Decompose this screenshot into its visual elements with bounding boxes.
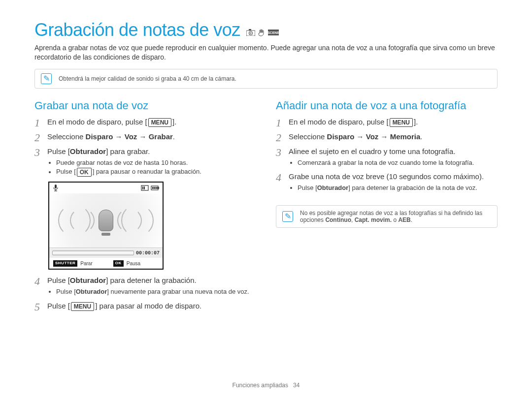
- step-4: Pulse [Obturador] para detener la grabac…: [34, 276, 256, 296]
- step-text: .: [173, 132, 175, 141]
- step-5: Pulse [MENU] para pasar al modo de dispa…: [34, 301, 256, 311]
- svg-rect-11: [144, 186, 145, 189]
- footer-page-number: 34: [293, 382, 299, 389]
- sub-list: Comenzará a grabar la nota de voz cuando…: [289, 159, 498, 167]
- section-title-right: Añadir una nota de voz a una fotografía: [276, 99, 498, 112]
- sub-item: Pulse [Obturador] nuevamente para grabar…: [56, 288, 256, 296]
- svg-rect-1: [249, 29, 251, 31]
- screen-top-bar: [49, 183, 163, 193]
- top-note: ✎ Obtendrá la mejor calidad de sonido si…: [34, 69, 498, 89]
- camera-p-icon: P: [246, 29, 255, 36]
- sound-wave-icon: [121, 204, 154, 237]
- note-icon: ✎: [282, 211, 293, 222]
- card-icon: [141, 185, 149, 191]
- screen-progress-bar: 00:00:07: [49, 247, 163, 258]
- svg-rect-10: [142, 186, 143, 189]
- ok-action-text: Pausa: [127, 260, 140, 267]
- step-text: ] para pasar al modo de disparo.: [95, 302, 201, 310]
- shutter-action-text: Parar: [80, 260, 92, 267]
- hand-icon: [258, 29, 265, 36]
- sub-item: Pulse [OK] para pausar o reanudar la gra…: [56, 168, 256, 177]
- step-text: Seleccione: [289, 132, 327, 141]
- step-text: Alinee el sujeto en el cuadro y tome una…: [289, 147, 456, 155]
- top-note-text: Obtendrá la mejor calidad de sonido si g…: [59, 75, 236, 82]
- steps-right: En el modo de disparo, pulse [MENU]. Sel…: [276, 117, 498, 192]
- screen-illustration: 00:00:07 SHUTTER Parar OK Pausa: [48, 182, 164, 270]
- step-1: En el modo de disparo, pulse [MENU].: [276, 117, 498, 127]
- sub-list: Puede grabar notas de voz de hasta 10 ho…: [47, 159, 256, 177]
- step-text: Pulse [: [47, 302, 70, 310]
- intro-text: Aprenda a grabar notas de voz que puede …: [34, 43, 498, 62]
- svg-rect-13: [158, 187, 159, 189]
- step-text: Seleccione: [47, 132, 86, 141]
- steps-left: En el modo de disparo, pulse [MENU]. Sel…: [34, 117, 256, 311]
- step-bold: Obturador: [70, 276, 106, 284]
- step-2: Seleccione Disparo → Voz → Memoria.: [276, 132, 498, 142]
- step-2: Seleccione Disparo → Voz → Grabar.: [34, 132, 256, 142]
- right-note: ✎ No es posible agregar notas de voz a l…: [276, 205, 498, 228]
- status-icons: [141, 185, 160, 191]
- ok-tag: OK: [113, 260, 124, 267]
- microphone-icon: [99, 210, 113, 231]
- step-bold: Obturador: [70, 147, 106, 155]
- step-text: Pulse [: [47, 147, 70, 155]
- battery-icon: [151, 185, 160, 191]
- progress-track: [52, 250, 134, 255]
- scene-icon: SCENE: [268, 30, 279, 35]
- mic-graphic: [99, 210, 113, 231]
- col-left: Grabar una nota de voz En el modo de dis…: [34, 99, 256, 316]
- note-icon: ✎: [41, 73, 52, 84]
- step-text: Pulse [: [47, 276, 70, 284]
- ok-button-label: OK: [77, 168, 92, 177]
- sub-item: Comenzará a grabar la nota de voz cuando…: [298, 159, 498, 167]
- menu-button-label: MENU: [71, 302, 94, 311]
- section-title-left: Grabar una nota de voz: [34, 99, 256, 112]
- step-3: Alinee el sujeto en el cuadro y tome una…: [276, 147, 498, 167]
- sub-list: Pulse [Obturador] para detener la grabac…: [289, 184, 498, 192]
- step-4: Grabe una nota de voz breve (10 segundos…: [276, 172, 498, 192]
- svg-rect-6: [55, 185, 57, 188]
- mode-icons: P SCENE: [246, 29, 279, 36]
- menu-button-label: MENU: [390, 118, 413, 127]
- svg-text:P: P: [250, 32, 252, 35]
- step-text: En el modo de disparo, pulse [: [289, 118, 389, 126]
- screen-bottom-bar: SHUTTER Parar OK Pausa: [49, 258, 163, 269]
- step-text: ] para grabar.: [106, 147, 150, 155]
- step-text: ].: [414, 118, 418, 126]
- step-bold: Disparo → Voz → Memoria: [327, 132, 421, 141]
- page-footer: Funciones ampliadas 34: [0, 382, 532, 389]
- sub-item: Puede grabar notas de voz de hasta 10 ho…: [56, 159, 256, 167]
- step-bold: Disparo → Voz → Grabar: [86, 132, 173, 141]
- mic-indicator-icon: [52, 184, 59, 192]
- step-1: En el modo de disparo, pulse [MENU].: [34, 117, 256, 127]
- svg-text:SCENE: SCENE: [268, 31, 279, 34]
- sub-item: Pulse [Obturador] para detener la grabac…: [298, 184, 498, 192]
- footer-section: Funciones ampliadas: [233, 382, 288, 389]
- step-3: Pulse [Obturador] para grabar. Puede gra…: [34, 147, 256, 270]
- screen-middle: [49, 193, 163, 247]
- step-text: ].: [172, 118, 176, 126]
- page-title: Grabación de notas de voz: [34, 20, 240, 40]
- sound-wave-icon: [70, 208, 95, 233]
- shutter-tag: SHUTTER: [53, 260, 77, 267]
- sub-list: Pulse [Obturador] nuevamente para grabar…: [47, 288, 256, 296]
- recording-time: 00:00:07: [136, 250, 160, 257]
- step-text: Grabe una nota de voz breve (10 segundos…: [289, 172, 484, 181]
- columns: Grabar una nota de voz En el modo de dis…: [34, 99, 498, 316]
- svg-rect-16: [156, 187, 158, 189]
- col-right: Añadir una nota de voz a una fotografía …: [276, 99, 498, 316]
- step-text: ] para detener la grabación.: [106, 276, 196, 284]
- step-text: .: [420, 132, 422, 141]
- svg-rect-15: [154, 187, 156, 189]
- step-text: En el modo de disparo, pulse [: [47, 118, 147, 126]
- menu-button-label: MENU: [148, 118, 171, 127]
- svg-rect-14: [152, 187, 154, 189]
- right-note-text: No es posible agregar notas de voz a las…: [300, 210, 491, 223]
- manual-page: Grabación de notas de voz P SCENE Aprend…: [0, 0, 532, 401]
- title-row: Grabación de notas de voz P SCENE: [34, 20, 498, 40]
